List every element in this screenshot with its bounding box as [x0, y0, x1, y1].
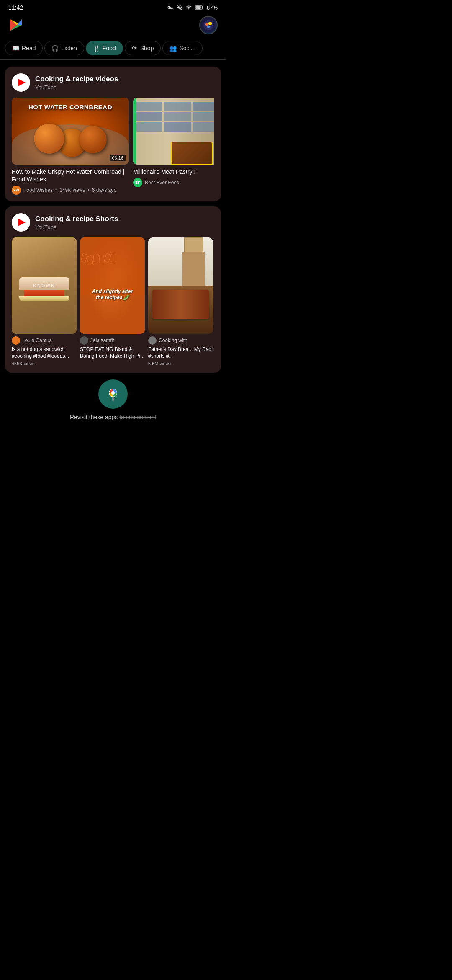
video-age-1: 6 days ago [92, 187, 117, 193]
shorts-row: KNOWN Louis Gantus Is a hot dog a sandwi… [12, 237, 214, 366]
svg-point-15 [111, 391, 115, 395]
time: 11:42 [8, 4, 23, 11]
svg-point-8 [203, 20, 213, 30]
short-channel-name-2: Jalalsamfit [90, 338, 114, 343]
svg-point-9 [205, 23, 208, 26]
short-info-2: Jalalsamfit STOP EATING Bland & Boring F… [80, 336, 145, 359]
channel-avatar-2: BF [133, 178, 142, 187]
section2-source: YouTube [35, 224, 118, 230]
video-views-1: 149K views [59, 187, 85, 193]
tab-listen[interactable]: 🎧 Listen [44, 41, 84, 55]
hotdog-thumbnail: KNOWN [12, 237, 77, 334]
bottom-text: Revisit these apps to see content [0, 410, 226, 426]
svg-marker-6 [17, 19, 22, 25]
video-title-2: Millionaire Meat Pastry!! [133, 168, 214, 175]
section1-title: Cooking & recipe videos [35, 75, 118, 83]
short-thumb-3[interactable] [148, 237, 213, 334]
battery-icon [195, 5, 203, 10]
short-title-3: Father's Day Brea... My Dad! #shorts #..… [148, 346, 213, 359]
fab-container [0, 376, 226, 410]
tab-read-label: Read [22, 45, 36, 52]
battery-text: 87% [207, 5, 218, 11]
tab-social[interactable]: 👥 Soci... [162, 41, 203, 55]
tab-social-label: Soci... [179, 45, 195, 52]
nav-tabs: 📖 Read 🎧 Listen 🍴 Food 🛍 Shop 👥 Soci... [0, 39, 226, 59]
short-info-1: Louis Gantus Is a hot dog a sandwich #co… [12, 336, 77, 366]
top-bar [0, 13, 226, 39]
short-channel-name-1: Louis Gantus [22, 338, 52, 343]
yt-play-icon-2 [18, 219, 26, 226]
video-title-1: How to Make Crispy Hot Water Cornbread |… [12, 168, 129, 183]
tab-food-label: Food [103, 45, 116, 52]
tab-listen-label: Listen [61, 45, 77, 52]
main-content: Cooking & recipe videos YouTube [0, 63, 226, 376]
svg-point-11 [207, 26, 210, 28]
short-title-2: STOP EATING Bland & Boring Food! Make Hi… [80, 346, 145, 359]
listen-icon: 🎧 [51, 45, 59, 52]
video-dot-2: • [88, 187, 90, 193]
key-icon [167, 5, 173, 10]
video-meta-1: FW Food Wishes • 149K views • 6 days ago [12, 186, 129, 195]
yt-play-icon [18, 79, 26, 86]
status-icons: 87% [167, 5, 218, 11]
channel-name-2: Best Ever Food [145, 180, 180, 186]
short-thumb-1[interactable]: KNOWN [12, 237, 77, 334]
user-avatar[interactable] [199, 16, 218, 34]
known-label: KNOWN [33, 283, 55, 288]
social-icon: 👥 [170, 45, 177, 52]
see-content-text: to see content [119, 414, 156, 420]
channel-name-1: Food Wishes [23, 187, 53, 193]
short-card-2[interactable]: And slightly alterthe recipes🫛 Jalalsamf… [80, 237, 145, 366]
videos-row: HOT WATER CORNBREAD 06:16 How to Make Cr… [12, 98, 214, 195]
short-avatar-1 [12, 336, 20, 345]
video-meta-2: BF Best Ever Food [133, 178, 214, 187]
section1-header: Cooking & recipe videos YouTube [12, 73, 214, 92]
video-info-1: How to Make Crispy Hot Water Cornbread |… [12, 168, 129, 195]
short-avatar-2 [80, 336, 88, 345]
short-channel-2: Jalalsamfit [80, 336, 145, 345]
short-channel-3: Cooking with [148, 336, 213, 345]
short-avatar-3 [148, 336, 157, 345]
section2-header: Cooking & recipe Shorts YouTube [12, 213, 214, 232]
food-icon: 🍴 [93, 45, 100, 52]
short-views-1: 455K views [12, 361, 77, 366]
svg-point-10 [208, 22, 212, 25]
video-thumb-2[interactable] [133, 98, 214, 165]
svg-rect-1 [195, 6, 201, 9]
play-store-logo[interactable] [8, 18, 23, 33]
short-card-1[interactable]: KNOWN Louis Gantus Is a hot dog a sandwi… [12, 237, 77, 366]
cooking-videos-section: Cooking & recipe videos YouTube [5, 67, 221, 201]
status-bar: 11:42 87% [0, 0, 226, 13]
video-card-1[interactable]: HOT WATER CORNBREAD 06:16 How to Make Cr… [12, 98, 129, 195]
tab-read[interactable]: 📖 Read [5, 41, 43, 55]
youtube-icon-1 [12, 73, 30, 92]
nav-divider [0, 59, 226, 60]
section1-source: YouTube [35, 84, 118, 90]
short-views-3: 5.5M views [148, 361, 213, 366]
read-icon: 📖 [12, 45, 19, 52]
video-card-2[interactable]: Millionaire Meat Pastry!! BF Best Ever F… [133, 98, 214, 195]
tab-food[interactable]: 🍴 Food [86, 41, 123, 55]
wifi-icon [186, 5, 192, 10]
short-card-3[interactable]: Cooking with Father's Day Brea... My Dad… [148, 237, 213, 366]
millionaire-thumbnail [133, 98, 214, 165]
duration-badge-1: 06:16 [110, 155, 126, 161]
pasta-overlay-text: And slightly alterthe recipes🫛 [80, 289, 145, 300]
shop-icon: 🛍 [132, 45, 138, 52]
short-thumb-2[interactable]: And slightly alterthe recipes🫛 [80, 237, 145, 334]
short-title-1: Is a hot dog a sandwich #cooking #food #… [12, 346, 77, 359]
maps-fab[interactable] [98, 379, 128, 409]
section2-title: Cooking & recipe Shorts [35, 215, 118, 223]
video-thumb-1[interactable]: HOT WATER CORNBREAD 06:16 [12, 98, 129, 165]
video-dot-1: • [55, 187, 57, 193]
svg-rect-2 [203, 7, 203, 8]
tab-shop[interactable]: 🛍 Shop [125, 41, 161, 55]
short-channel-1: Louis Gantus [12, 336, 77, 345]
cornbread-overlay-text: HOT WATER CORNBREAD [12, 103, 129, 111]
short-channel-name-3: Cooking with [159, 338, 187, 343]
section1-title-block: Cooking & recipe videos YouTube [35, 75, 118, 90]
cooking-shorts-section: Cooking & recipe Shorts YouTube [5, 206, 221, 372]
pasta-thumbnail: And slightly alterthe recipes🫛 [80, 237, 145, 334]
revisit-text: Revisit these apps [70, 414, 118, 420]
youtube-icon-2 [12, 213, 30, 232]
